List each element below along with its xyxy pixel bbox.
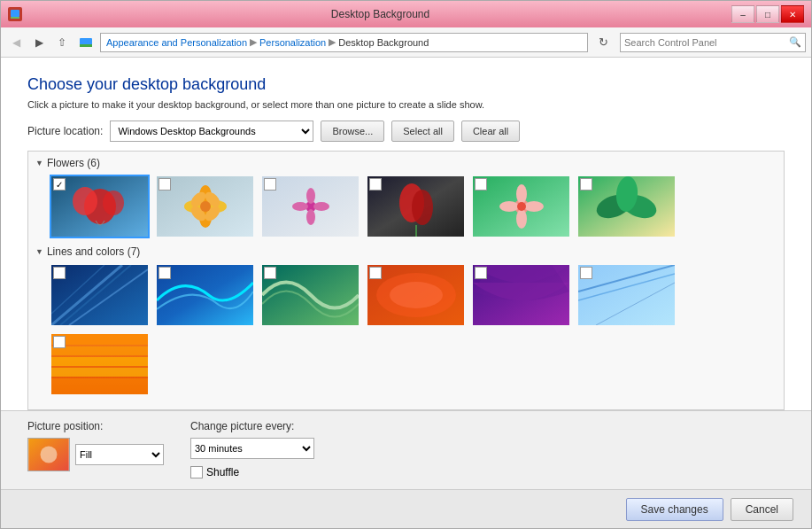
picture-position-label: Picture position: — [27, 420, 164, 432]
shuffle-checkbox[interactable] — [190, 466, 203, 478]
search-input[interactable] — [624, 37, 789, 48]
thumb-f1-checkbox[interactable]: ✓ — [53, 178, 66, 191]
svg-point-24 — [313, 202, 329, 211]
gallery-container[interactable]: ▼ Flowers (6) — [27, 151, 785, 410]
svg-rect-0 — [11, 10, 19, 17]
thumb-f5-checkbox[interactable] — [475, 178, 487, 191]
picture-location-label: Picture location: — [27, 125, 103, 137]
breadcrumb: Appearance and Personalization ▶ Persona… — [100, 33, 588, 52]
refresh-button[interactable]: ↻ — [593, 33, 613, 52]
thumb-f3[interactable] — [260, 175, 360, 238]
picture-position-group: Picture position: Fill Fit Stretch — [27, 420, 164, 471]
svg-point-18 — [200, 201, 211, 212]
shuffle-label: Shuffle — [206, 466, 239, 478]
svg-rect-57 — [51, 334, 148, 345]
thumb-f5[interactable] — [471, 175, 571, 238]
thumb-l2[interactable] — [155, 263, 255, 327]
svg-rect-59 — [51, 357, 148, 366]
thumb-l7[interactable] — [50, 332, 150, 396]
gallery-section-lines: ▼ Lines and colors (7) — [35, 245, 777, 396]
flowers-grid: ✓ — [35, 175, 777, 238]
back-button[interactable]: ◀ — [6, 33, 26, 52]
svg-point-23 — [292, 202, 308, 211]
breadcrumb-sep-1: ▶ — [250, 36, 257, 48]
bottom-options: Picture position: Fill Fit Stretch — [1, 410, 811, 489]
window-icon — [8, 7, 22, 21]
svg-point-31 — [516, 184, 527, 204]
thumb-f4-checkbox[interactable] — [369, 178, 382, 191]
title-bar: Desktop Background – □ ✕ — [1, 1, 811, 27]
thumb-f2-checkbox[interactable] — [159, 178, 171, 191]
shuffle-row: Shuffle — [190, 466, 314, 478]
svg-point-32 — [516, 209, 527, 229]
thumb-l1-checkbox[interactable] — [53, 267, 66, 279]
svg-rect-61 — [51, 378, 148, 394]
main-content: Choose your desktop background Click a p… — [1, 58, 811, 410]
flowers-section-label: Flowers (6) — [47, 157, 100, 169]
footer: Save changes Cancel — [1, 489, 811, 528]
lines-section-label: Lines and colors (7) — [47, 245, 140, 258]
svg-point-63 — [41, 447, 58, 463]
thumb-f6[interactable] — [576, 175, 677, 238]
svg-rect-60 — [51, 368, 148, 377]
thumb-l7-checkbox[interactable] — [53, 336, 66, 348]
svg-rect-58 — [51, 346, 148, 355]
svg-point-34 — [524, 201, 544, 212]
clear-button[interactable]: Clear all — [461, 121, 520, 142]
change-picture-select[interactable]: 1 minute 10 minutes 30 minutes 1 hour 6 … — [190, 438, 314, 459]
thumb-l4-checkbox[interactable] — [369, 267, 382, 279]
thumb-f3-checkbox[interactable] — [264, 178, 276, 191]
desktop-window: Desktop Background – □ ✕ ◀ ▶ ⇧ Appearanc… — [0, 0, 812, 529]
flowers-section-header[interactable]: ▼ Flowers (6) — [35, 157, 777, 169]
breadcrumb-current: Desktop Background — [338, 37, 429, 48]
cancel-button[interactable]: Cancel — [731, 498, 793, 521]
svg-point-7 — [103, 191, 124, 215]
close-button[interactable]: ✕ — [781, 5, 804, 23]
lines-arrow: ▼ — [35, 247, 43, 256]
save-changes-button[interactable]: Save changes — [626, 498, 723, 521]
lines-grid — [35, 263, 777, 396]
gallery-section-flowers: ▼ Flowers (6) — [35, 157, 777, 238]
flowers-arrow: ▼ — [35, 159, 43, 167]
picture-position-row: Fill Fit Stretch Tile Center — [27, 438, 164, 471]
preview-thumbnail — [27, 438, 70, 471]
svg-point-22 — [306, 209, 315, 225]
thumb-l6-checkbox[interactable] — [580, 267, 592, 279]
thumb-l3-checkbox[interactable] — [264, 267, 276, 279]
thumb-f4[interactable] — [366, 175, 466, 238]
nav-icon — [77, 34, 95, 51]
picture-location-row: Picture location: Windows Desktop Backgr… — [27, 121, 785, 142]
search-icon[interactable]: 🔍 — [789, 36, 801, 48]
thumb-l5[interactable] — [471, 263, 571, 327]
minimize-button[interactable]: – — [731, 5, 754, 23]
maximize-button[interactable]: □ — [756, 5, 779, 23]
thumb-f2[interactable] — [155, 175, 255, 238]
svg-point-50 — [390, 282, 443, 308]
thumb-f6-checkbox[interactable] — [580, 178, 592, 191]
svg-point-6 — [73, 187, 97, 215]
nav-bar: ◀ ▶ ⇧ Appearance and Personalization ▶ P… — [1, 27, 811, 58]
forward-button[interactable]: ▶ — [29, 33, 49, 52]
browse-button[interactable]: Browse... — [321, 121, 384, 142]
up-button[interactable]: ⇧ — [52, 33, 72, 52]
thumb-l2-checkbox[interactable] — [159, 267, 171, 279]
thumb-l1[interactable] — [50, 263, 150, 327]
position-select[interactable]: Fill Fit Stretch Tile Center — [75, 444, 164, 465]
thumb-l6[interactable] — [576, 263, 677, 327]
thumb-f1[interactable]: ✓ — [50, 175, 150, 238]
thumb-l5-checkbox[interactable] — [475, 267, 487, 279]
select-all-button[interactable]: Select all — [391, 121, 454, 142]
thumb-l4[interactable] — [366, 263, 466, 327]
page-subtitle: Click a picture to make it your desktop … — [27, 99, 785, 110]
location-select[interactable]: Windows Desktop Backgrounds Solid Colors… — [110, 121, 313, 142]
svg-point-33 — [499, 201, 519, 212]
window-title: Desktop Background — [29, 8, 731, 20]
svg-point-21 — [306, 188, 315, 204]
breadcrumb-sep-2: ▶ — [329, 36, 336, 48]
breadcrumb-personalization[interactable]: Personalization — [259, 37, 326, 48]
svg-rect-40 — [51, 265, 148, 325]
svg-rect-3 — [80, 44, 92, 47]
lines-section-header[interactable]: ▼ Lines and colors (7) — [35, 245, 777, 258]
breadcrumb-appearance[interactable]: Appearance and Personalization — [106, 37, 247, 48]
thumb-l3[interactable] — [260, 263, 360, 327]
